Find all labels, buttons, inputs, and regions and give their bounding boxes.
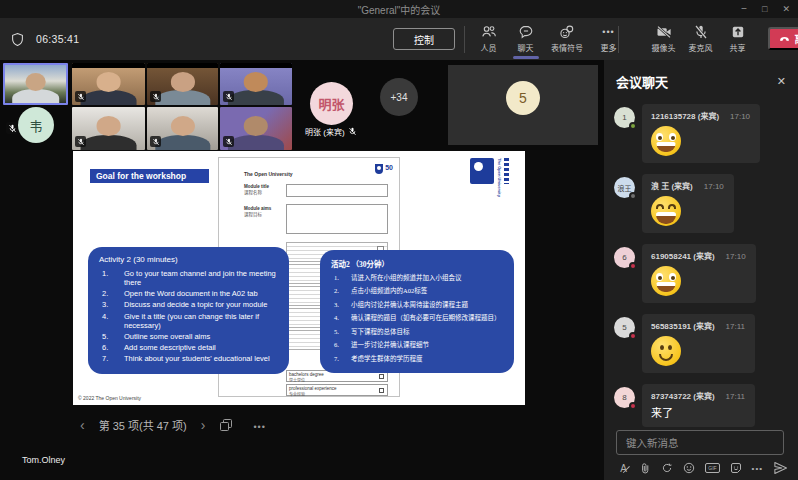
- activity-list: 请进入所在小组的频道并加入小组会议 点击小组频道内的A02标签 小组内讨论并确认…: [331, 274, 506, 362]
- sticker-icon[interactable]: [730, 462, 742, 474]
- doc-field-label: Module aims 课程目标: [244, 206, 271, 218]
- video-tile[interactable]: [220, 107, 292, 150]
- ou-shield-icon: [375, 164, 383, 174]
- copyright-text: © 2022 The Open University: [78, 395, 141, 401]
- share-icon: [730, 24, 746, 40]
- mic-toggle[interactable]: 麦克风: [682, 21, 719, 59]
- mic-off-badge: [223, 91, 234, 102]
- emoji-picker-icon[interactable]: [683, 462, 695, 474]
- sender-name: 浪 王 (来宾): [651, 180, 693, 191]
- titlebar: "General"中的会议: [0, 0, 798, 18]
- minimize-icon[interactable]: [741, 0, 747, 18]
- mic-off-icon: [693, 24, 709, 40]
- timestamp: 17:10: [726, 252, 746, 261]
- take-control-button[interactable]: 控制: [393, 28, 455, 50]
- timestamp: 17:10: [704, 182, 724, 191]
- close-window-icon[interactable]: [782, 0, 790, 18]
- video-tile[interactable]: [72, 63, 145, 105]
- device-controls: 摄像头 麦克风: [645, 21, 756, 59]
- timestamp: 17:10: [730, 112, 750, 121]
- slide-navigation: 第 35 项(共 47 项): [80, 416, 266, 434]
- leave-button[interactable]: 离开: [768, 27, 798, 50]
- emoji-sticker: [651, 266, 681, 296]
- emoji-sticker: [651, 336, 681, 366]
- toolbar-left: 06:35:41: [10, 18, 79, 60]
- emoji-sticker: [651, 196, 681, 226]
- activity-heading: Activity 2 (30 minutes): [99, 255, 283, 264]
- presence-badge: [629, 192, 637, 200]
- more-actions-icon[interactable]: [752, 464, 763, 473]
- doc-field-label: Module title 课程名称: [244, 184, 269, 196]
- video-tile[interactable]: [220, 63, 292, 105]
- mic-off-badge: [75, 136, 86, 147]
- mic-off-badge: [6, 122, 18, 134]
- more-options-icon[interactable]: [253, 416, 265, 434]
- emoji-sticker: [651, 126, 681, 156]
- teams-meeting-window: "General"中的会议 06:35:41 控制 人员: [0, 0, 798, 480]
- chat-message: 5 565835191 (来宾)17:11: [614, 314, 792, 373]
- sender-name: 619058241 (来宾): [651, 250, 715, 261]
- mic-off-badge: [75, 91, 86, 102]
- message-bubble: 873743722 (来宾)17:11 来了: [642, 384, 755, 427]
- format-icon[interactable]: A: [618, 463, 629, 474]
- pinned-participant-label: 明张 (来宾): [305, 126, 357, 137]
- shield-icon: [10, 32, 25, 47]
- checkbox: [379, 388, 384, 393]
- send-icon[interactable]: [773, 461, 788, 475]
- video-tile[interactable]: [147, 63, 218, 105]
- meeting-chat-panel: 会议聊天 1 1216135728 (来宾)17:10 浪王: [604, 60, 798, 480]
- slide-position-label: 第 35 项(共 47 项): [99, 417, 187, 433]
- maximize-icon[interactable]: [762, 0, 767, 18]
- mic-off-badge: [150, 91, 161, 102]
- loop-icon[interactable]: [661, 462, 673, 474]
- video-tile-active-speaker[interactable]: [3, 63, 68, 105]
- tab-reactions[interactable]: 表情符号: [544, 21, 590, 59]
- close-chat-icon[interactable]: [777, 75, 786, 88]
- message-bubble: 619058241 (来宾)17:10: [642, 244, 756, 303]
- slide-title: Goal for the workshop: [90, 169, 209, 183]
- tab-people[interactable]: 人员: [470, 21, 507, 59]
- window-title: "General"中的会议: [358, 2, 441, 17]
- composer-toolbar: A GIF: [618, 460, 788, 476]
- presence-badge: [629, 122, 637, 130]
- pages-icon[interactable]: [219, 418, 233, 432]
- avatar-wrap: 1: [614, 107, 635, 128]
- chat-icon: [518, 24, 534, 40]
- participant-tile-no-video[interactable]: 5: [448, 65, 598, 145]
- attach-icon[interactable]: [639, 462, 651, 475]
- avatar-tile[interactable]: 韦: [18, 107, 54, 143]
- video-tile[interactable]: [147, 107, 218, 150]
- hangup-phone-icon: [778, 32, 791, 45]
- message-bubble: 565835191 (来宾)17:11: [642, 314, 755, 373]
- toolbar-right: 人员 聊天: [470, 21, 798, 59]
- chat-message: 1 1216135728 (来宾)17:10: [614, 104, 792, 163]
- presence-badge: [629, 332, 637, 340]
- gif-icon[interactable]: GIF: [705, 463, 719, 473]
- doc-check-row: professional experience 专业经验: [286, 384, 388, 396]
- activity-list: Go to your team channel and join the mee…: [99, 269, 283, 363]
- ou-shield-icon: [470, 158, 494, 184]
- activity-heading: 活动2 （30分钟）: [331, 258, 506, 269]
- tab-chat[interactable]: 聊天: [507, 21, 544, 59]
- new-message-input[interactable]: 键入新消息: [616, 430, 784, 455]
- video-tile[interactable]: [72, 107, 145, 150]
- previous-slide-icon[interactable]: [80, 418, 85, 432]
- sender-name: 565835191 (来宾): [651, 320, 715, 331]
- timestamp: 17:11: [726, 392, 745, 401]
- checkbox: [379, 374, 384, 379]
- camera-toggle[interactable]: 摄像头: [645, 21, 682, 59]
- message-bubble: 1216135728 (来宾)17:10: [642, 104, 760, 163]
- share-button[interactable]: 共享: [719, 21, 756, 59]
- sender-name: 1216135728 (来宾): [651, 110, 719, 121]
- doc-input-box: [286, 184, 388, 197]
- mic-off-icon: [348, 127, 357, 136]
- next-slide-icon[interactable]: [201, 418, 206, 432]
- people-icon: [481, 24, 497, 40]
- doc-input-box: [286, 204, 388, 234]
- tab-more[interactable]: 更多: [590, 21, 627, 59]
- ou-50-logo: 50: [375, 164, 393, 174]
- activity-bubble-chinese: 活动2 （30分钟） 请进入所在小组的频道并加入小组会议 点击小组频道内的A02…: [320, 250, 514, 373]
- avatar-tile-pinned[interactable]: 明张: [310, 82, 353, 125]
- overflow-participants-tile[interactable]: +34: [380, 78, 418, 116]
- more-dots-icon: [602, 24, 614, 40]
